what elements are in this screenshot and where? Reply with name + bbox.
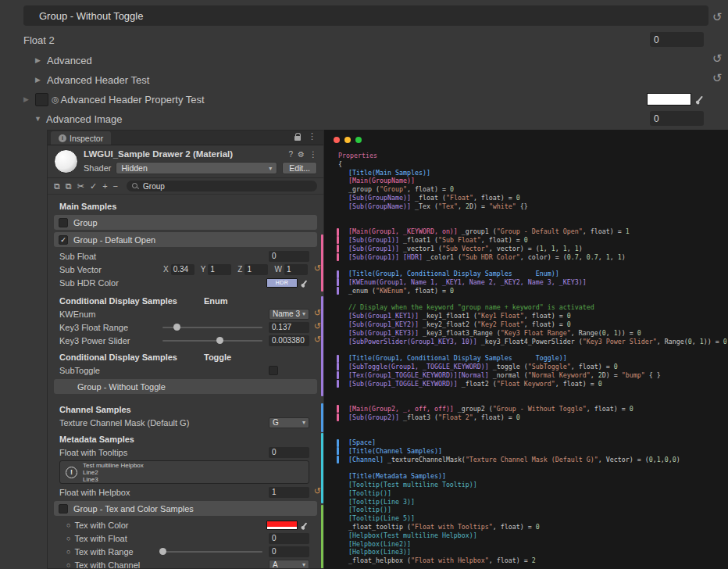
section-indicator-cyan xyxy=(321,433,323,503)
group-toggle-checkbox[interactable] xyxy=(59,218,68,227)
code-section-indicator xyxy=(337,270,339,278)
search-input[interactable]: Group xyxy=(127,181,317,191)
texture-object-icon[interactable]: ○ xyxy=(66,535,70,542)
code-line: [Main(Group2, _, off, off)] _group2 ("Gr… xyxy=(324,405,728,413)
help-icon[interactable]: ? xyxy=(288,150,293,159)
collapse-all-icon[interactable]: − xyxy=(113,181,118,191)
group-header-label: Group xyxy=(73,218,98,227)
sub-float-field[interactable]: 0 xyxy=(269,251,309,262)
inspector-panel: i Inspector ⋮ LWGUI_Sample Drawer 2 (Mat… xyxy=(47,130,324,569)
group-header-group[interactable]: Group xyxy=(54,215,317,230)
float-with-helpbox-field[interactable]: 1 xyxy=(269,487,309,498)
key3-power-slider-row: Key3 Power Slider 0.003380 ↺ xyxy=(48,334,323,347)
revert-icon[interactable]: ↺ xyxy=(314,486,321,496)
revert-icon[interactable]: ↺ xyxy=(712,52,723,66)
window-minimize-button[interactable] xyxy=(344,137,351,143)
foldout-arrow-icon[interactable]: ▶ xyxy=(35,56,47,64)
paste-icon[interactable]: ⧉ xyxy=(66,181,72,191)
code-line: [Sub(Group1)] [HDR] _color1 ("Sub HDR Co… xyxy=(324,253,728,262)
code-line: [Tooltip()] xyxy=(324,506,728,514)
revert-icon[interactable]: ↺ xyxy=(314,308,321,318)
code-line: [Space] xyxy=(324,438,728,447)
helpbox-line: Line3 xyxy=(83,476,144,483)
advanced-image-field[interactable]: 0 xyxy=(650,111,704,126)
texture-object-icon[interactable]: ○ xyxy=(66,548,70,556)
revert-icon[interactable]: ↺ xyxy=(712,71,723,85)
preset-icon[interactable]: ⚙ xyxy=(298,150,305,159)
advanced-image-foldout[interactable]: ▼ Advanced Image xyxy=(34,111,123,127)
float-with-tooltips-field[interactable]: 0 xyxy=(269,447,309,458)
code-line: // Display when the keyword "group name … xyxy=(324,303,728,312)
window-zoom-button[interactable] xyxy=(355,137,362,143)
texture-object-icon[interactable]: ○ xyxy=(66,561,70,569)
group-header-without-toggle[interactable]: Group - Without Toggle xyxy=(54,379,317,394)
advanced-header-test-foldout[interactable]: ▶ Advanced Header Test xyxy=(35,72,149,88)
advanced-header-property-test-row[interactable]: ▶ ◎ Advanced Header Property Test xyxy=(23,91,205,107)
key3-power-slider-field[interactable]: 0.003380 xyxy=(269,335,309,346)
eyedropper-button[interactable] xyxy=(694,91,706,106)
tex-with-range-row: ○ Tex with Range 0 xyxy=(48,545,323,558)
sub-float-label: Sub Float xyxy=(59,252,269,261)
checkmark-icon[interactable]: ✓ xyxy=(90,181,97,191)
group-header-default-open[interactable]: ✓ Group - Default Open xyxy=(54,232,317,247)
code-line: [Title(Group1, Conditional Display Sampl… xyxy=(324,354,728,363)
float2-field[interactable]: 0 xyxy=(650,32,704,47)
foldout-arrow-icon[interactable]: ▶ xyxy=(35,76,47,84)
expand-all-icon[interactable]: + xyxy=(102,181,107,191)
revert-icon[interactable]: ↺ xyxy=(314,321,321,331)
group-toggle-checkbox-checked[interactable]: ✓ xyxy=(59,235,68,245)
key3-power-slider[interactable] xyxy=(162,340,262,342)
eyedropper-button[interactable] xyxy=(299,520,309,531)
key3-power-slider-label: Key3 Power Slider xyxy=(59,336,162,345)
vector-y-field[interactable]: 1 xyxy=(208,264,231,275)
channel-dropdown[interactable]: G ▾ xyxy=(269,417,309,428)
shader-label: Shader xyxy=(84,163,111,173)
subtoggle-checkbox[interactable] xyxy=(269,366,278,375)
vector-w-field[interactable]: 1 xyxy=(284,264,308,275)
eyedropper-button[interactable] xyxy=(299,277,309,288)
tex-with-range-slider[interactable] xyxy=(162,551,262,553)
tex-with-float-field[interactable]: 0 xyxy=(269,533,309,544)
material-preview-thumbnail[interactable] xyxy=(54,149,78,174)
window-close-button[interactable] xyxy=(334,137,340,143)
revert-icon[interactable]: ↺ xyxy=(712,10,723,24)
key3-float-range-field[interactable]: 0.137 xyxy=(269,322,309,333)
vector-z-field[interactable]: 1 xyxy=(244,264,268,275)
tab-inspector[interactable]: i Inspector xyxy=(51,131,111,145)
tex-with-range-field[interactable]: 0 xyxy=(269,546,309,557)
kebab-menu-icon[interactable]: ⋮ xyxy=(308,131,316,141)
shader-dropdown[interactable]: Hidden ▾ xyxy=(116,162,277,174)
vector-x-field[interactable]: 0.34 xyxy=(171,264,194,275)
revert-icon[interactable]: ↺ xyxy=(314,335,321,345)
key3-float-range-row: Key3 Float Range 0.137 ↺ xyxy=(48,320,323,334)
group-header-without-toggle-top[interactable]: Group - Without Toggle xyxy=(23,5,708,26)
texture-object-icon[interactable]: ○ xyxy=(66,521,70,529)
slider-handle[interactable] xyxy=(216,337,223,344)
kwenum-dropdown[interactable]: Name 3 ▾ xyxy=(269,309,309,320)
foldout-arrow-icon[interactable]: ▶ xyxy=(23,95,35,103)
section-indicator-blue xyxy=(321,403,323,432)
lock-icon[interactable] xyxy=(294,136,301,141)
foldout-open-icon[interactable]: ▼ xyxy=(34,115,46,123)
group-header-tex-and-color[interactable]: Group - Tex and Color Samples xyxy=(54,501,317,516)
slider-handle[interactable] xyxy=(159,548,166,555)
color-swatch-red[interactable] xyxy=(266,521,298,530)
edit-shader-button[interactable]: Edit... xyxy=(282,162,317,174)
copy-icon[interactable]: ⧉ xyxy=(54,181,60,191)
color-swatch-white[interactable] xyxy=(647,93,691,106)
key3-float-range-slider[interactable] xyxy=(162,327,262,328)
code-line xyxy=(324,211,728,220)
group-toggle-checkbox[interactable] xyxy=(59,504,68,514)
tex-with-float-label: Tex with Float xyxy=(74,534,269,543)
toggle-checkbox[interactable] xyxy=(35,93,48,106)
slider-handle[interactable] xyxy=(173,324,180,331)
revert-icon[interactable]: ↺ xyxy=(314,263,321,274)
advanced-foldout[interactable]: ▶ Advanced xyxy=(35,52,92,68)
code-editor-panel[interactable]: Properties{[Title(Main Samples)][Main(Gr… xyxy=(324,130,728,569)
hdr-color-swatch[interactable]: HDR xyxy=(266,278,298,288)
channel-dropdown[interactable]: A ▾ xyxy=(269,560,309,569)
texture-channel-mask-label: Texture Channel Mask (Default G) xyxy=(59,418,269,428)
cut-icon[interactable]: ✂ xyxy=(77,181,84,191)
kebab-menu-icon[interactable]: ⋮ xyxy=(309,150,317,159)
y-axis-label: Y xyxy=(201,265,206,274)
